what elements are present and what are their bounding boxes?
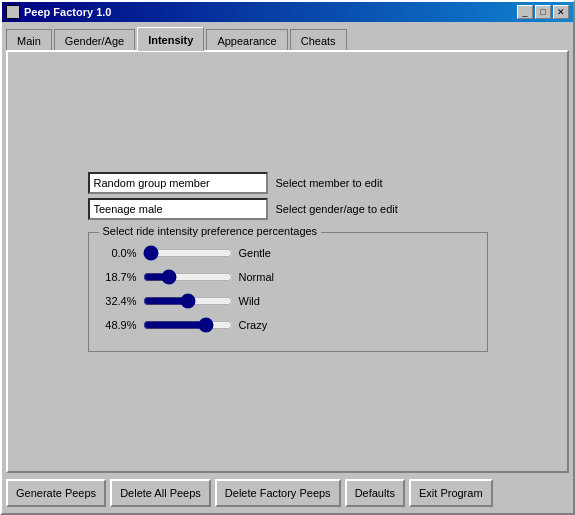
gender-label: Select gender/age to edit xyxy=(276,203,398,215)
gender-dropdown-wrapper: Teenage male Young male Adult male Elder… xyxy=(88,198,268,220)
gentle-label: Gentle xyxy=(239,247,279,259)
defaults-button[interactable]: Defaults xyxy=(345,479,405,507)
member-label: Select member to edit xyxy=(276,177,383,189)
delete-factory-peeps-button[interactable]: Delete Factory Peeps xyxy=(215,479,341,507)
member-dropdown-wrapper: Random group member Member 1 Member 2 xyxy=(88,172,268,194)
normal-percent: 18.7% xyxy=(99,271,137,283)
normal-label: Normal xyxy=(239,271,279,283)
tab-appearance[interactable]: Appearance xyxy=(206,29,287,51)
delete-all-peeps-button[interactable]: Delete All Peeps xyxy=(110,479,211,507)
tab-cheats[interactable]: Cheats xyxy=(290,29,347,51)
member-dropdown[interactable]: Random group member Member 1 Member 2 xyxy=(88,172,268,194)
generate-peeps-button[interactable]: Generate Peeps xyxy=(6,479,106,507)
gentle-row: 0.0% Gentle xyxy=(99,245,477,261)
bottom-bar: Generate Peeps Delete All Peeps Delete F… xyxy=(2,473,573,513)
title-bar-text: Peep Factory 1.0 xyxy=(6,5,111,19)
gender-dropdown[interactable]: Teenage male Young male Adult male Elder… xyxy=(88,198,268,220)
tab-bar: Main Gender/Age Intensity Appearance Che… xyxy=(2,22,573,50)
tab-intensity[interactable]: Intensity xyxy=(137,27,204,51)
crazy-slider[interactable] xyxy=(143,317,233,333)
main-window: Peep Factory 1.0 _ □ ✕ Main Gender/Age I… xyxy=(0,0,575,515)
wild-percent: 32.4% xyxy=(99,295,137,307)
wild-slider[interactable] xyxy=(143,293,233,309)
minimize-button[interactable]: _ xyxy=(517,5,533,19)
gentle-slider[interactable] xyxy=(143,245,233,261)
gentle-percent: 0.0% xyxy=(99,247,137,259)
group-box-legend: Select ride intensity preference percent… xyxy=(99,225,322,237)
crazy-label: Crazy xyxy=(239,319,279,331)
intensity-panel: Random group member Member 1 Member 2 Se… xyxy=(18,62,557,461)
tab-main[interactable]: Main xyxy=(6,29,52,51)
intensity-group-box: Select ride intensity preference percent… xyxy=(88,232,488,352)
content-area: Random group member Member 1 Member 2 Se… xyxy=(6,50,569,473)
crazy-row: 48.9% Crazy xyxy=(99,317,477,333)
controls-section: Random group member Member 1 Member 2 Se… xyxy=(88,172,488,352)
wild-label: Wild xyxy=(239,295,279,307)
window-title: Peep Factory 1.0 xyxy=(24,6,111,18)
exit-program-button[interactable]: Exit Program xyxy=(409,479,493,507)
gender-row: Teenage male Young male Adult male Elder… xyxy=(88,198,398,220)
normal-slider[interactable] xyxy=(143,269,233,285)
tab-gender-age[interactable]: Gender/Age xyxy=(54,29,135,51)
title-bar-controls: _ □ ✕ xyxy=(517,5,569,19)
crazy-percent: 48.9% xyxy=(99,319,137,331)
member-row: Random group member Member 1 Member 2 Se… xyxy=(88,172,383,194)
app-icon xyxy=(6,5,20,19)
wild-row: 32.4% Wild xyxy=(99,293,477,309)
title-bar: Peep Factory 1.0 _ □ ✕ xyxy=(2,2,573,22)
maximize-button[interactable]: □ xyxy=(535,5,551,19)
normal-row: 18.7% Normal xyxy=(99,269,477,285)
close-button[interactable]: ✕ xyxy=(553,5,569,19)
